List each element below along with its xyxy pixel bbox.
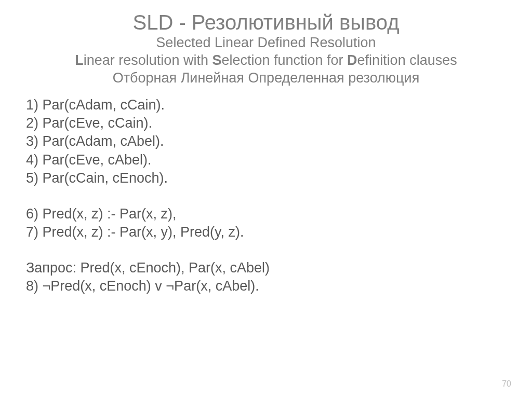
spacer-2 bbox=[26, 241, 506, 259]
bold-S: S bbox=[212, 52, 221, 68]
slide-subtitle-1: Selected Linear Defined Resolution bbox=[26, 34, 506, 52]
clause-1: 1) Par(cAdam, cCain). bbox=[26, 96, 506, 114]
query-line: Запрос: Pred(x, cEnoch), Par(x, cAbel) bbox=[26, 259, 506, 277]
text-b: election function for bbox=[221, 52, 347, 68]
bold-L: L bbox=[75, 52, 84, 68]
title-block: SLD - Резолютивный вывод Selected Linear… bbox=[26, 10, 506, 87]
clause-5: 5) Par(cCain, cEnoch). bbox=[26, 169, 506, 187]
slide-title: SLD - Резолютивный вывод bbox=[26, 10, 506, 34]
clause-3: 3) Par(cAdam, cAbel). bbox=[26, 132, 506, 150]
bold-D: D bbox=[347, 52, 357, 68]
slide-subtitle-2: Linear resolution with Selection functio… bbox=[26, 52, 506, 70]
page-number: 70 bbox=[502, 379, 511, 389]
slide-subtitle-3: Отборная Линейная Определенная резолюция bbox=[26, 70, 506, 87]
clause-2: 2) Par(cEve, cCain). bbox=[26, 114, 506, 132]
spacer-1 bbox=[26, 187, 506, 205]
clause-4: 4) Par(cEve, cAbel). bbox=[26, 151, 506, 169]
clause-7: 7) Pred(x, z) :- Par(x, y), Pred(y, z). bbox=[26, 223, 506, 241]
text-c: efinition clauses bbox=[357, 52, 457, 68]
clause-8: 8) ¬Pred(x, cEnoch) v ¬Par(x, cAbel). bbox=[26, 277, 506, 295]
slide: SLD - Резолютивный вывод Selected Linear… bbox=[0, 0, 532, 398]
body-content: 1) Par(cAdam, cCain). 2) Par(cEve, cCain… bbox=[26, 96, 506, 295]
clause-6: 6) Pred(x, z) :- Par(x, z), bbox=[26, 205, 506, 223]
text-a: inear resolution with bbox=[84, 52, 212, 68]
